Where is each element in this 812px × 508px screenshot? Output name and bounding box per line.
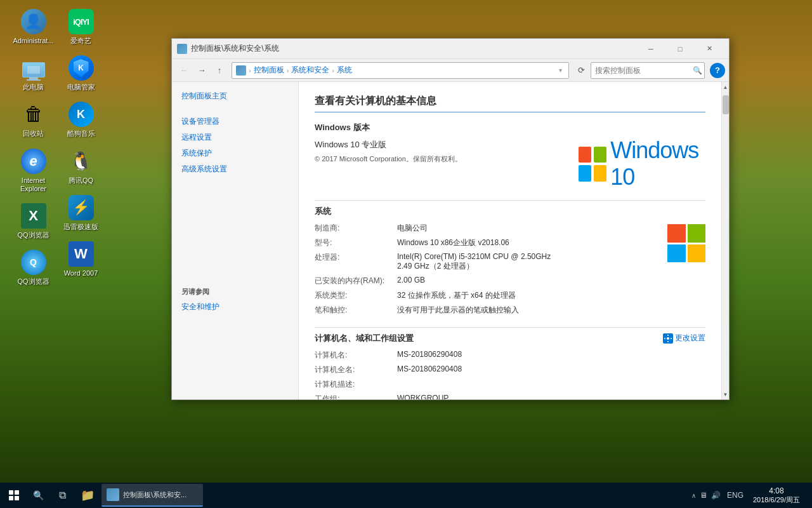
breadcrumb-system-security[interactable]: 系统和安全	[291, 65, 329, 76]
desktop-icon-administrator[interactable]: 👤 Administrat...	[10, 6, 57, 48]
desktop-icon-label: 回收站	[23, 130, 44, 138]
computer-name-label: 计算机名:	[315, 350, 397, 361]
file-explorer-button[interactable]: 📁	[75, 484, 100, 507]
desktop-icon-label: 电脑管家	[67, 83, 95, 91]
window-controls: ─ □ ✕	[636, 39, 724, 59]
search-bar[interactable]: 🔍	[591, 62, 705, 79]
main-panel: 查看有关计算机的基本信息 Windows 版本 Windows 10 专业版 ©…	[299, 82, 721, 399]
network-icon[interactable]: 🖥	[700, 491, 707, 500]
sidebar-item-main-page[interactable]: 控制面板主页	[172, 88, 298, 104]
sidebar-item-device-manager[interactable]: 设备管理器	[172, 114, 298, 130]
desktop-icon-qq[interactable]: 🐧 腾讯QQ	[57, 146, 105, 187]
scrollbar-up[interactable]: ▲	[722, 82, 730, 92]
window-content: 控制面板主页 设备管理器 远程设置 系统保护 高级系统设置 另请参阅 安全和维护	[172, 82, 729, 399]
ram-row: 已安装的内存(RAM): 2.00 GB	[315, 274, 566, 288]
sidebar-item-security[interactable]: 安全和维护	[172, 299, 298, 315]
clock-date: 2018/6/29/周五	[753, 495, 800, 505]
divider-2	[315, 327, 705, 328]
task-view-button[interactable]: ⧉	[51, 484, 74, 507]
help-button[interactable]: ?	[710, 63, 725, 78]
model-value: Windows 10 x86企业版 v2018.06	[397, 237, 566, 248]
manufacturer-label: 制造商:	[315, 223, 397, 234]
sidebar: 控制面板主页 设备管理器 远程设置 系统保护 高级系统设置 另请参阅 安全和维护	[172, 82, 299, 399]
windows-copyright-value: © 2017 Microsoft Corporation。保留所有权利。	[315, 154, 566, 164]
system-clock[interactable]: 4:08 2018/6/29/周五	[750, 486, 803, 505]
windows-edition-row: Windows 10 专业版	[315, 137, 566, 152]
taskbar-search-button[interactable]: 🔍	[27, 484, 49, 507]
windows-edition-value: Windows 10 专业版	[315, 139, 566, 150]
desktop-icon-excel[interactable]: X QQ浏览器	[10, 201, 57, 242]
desktop-icon-label: Internet Explorer	[12, 177, 55, 193]
sidebar-item-system-protection[interactable]: 系统保护	[172, 145, 298, 161]
back-button[interactable]: ←	[176, 62, 192, 79]
scrollbar-thumb[interactable]	[723, 95, 729, 114]
windows-logo-small	[667, 224, 705, 262]
volume-icon[interactable]: 🔊	[711, 491, 721, 500]
system-window: 控制面板\系统和安全\系统 ─ □ ✕ ← → ↑ › 控制面板 › 系统和安全…	[171, 38, 730, 400]
up-button[interactable]: ↑	[211, 62, 228, 79]
desktop-icon-label: Word 2007	[64, 269, 98, 277]
desktop-icon-guanjia[interactable]: K 电脑管家	[57, 53, 105, 94]
forward-button[interactable]: →	[193, 62, 210, 79]
refresh-button[interactable]: ⟳	[573, 62, 589, 79]
language-indicator[interactable]: ENG	[724, 491, 746, 500]
desktop-icon-recycle-bin[interactable]: 🗑 回收站	[10, 99, 57, 140]
system-content: 制造商: 电脑公司 型号: Windows 10 x86企业版 v2018.06…	[315, 221, 705, 318]
start-icon	[9, 490, 19, 500]
windows-version-content: Windows 10 专业版 © 2017 Microsoft Corporat…	[315, 137, 705, 190]
scrollbar[interactable]: ▲ ▼	[721, 82, 729, 399]
scrollbar-track[interactable]	[722, 92, 730, 389]
processor-label: 处理器:	[315, 252, 397, 263]
desktop-icon-label: 迅雷极速版	[63, 223, 98, 231]
windows-copyright-row: © 2017 Microsoft Corporation。保留所有权利。	[315, 152, 566, 166]
model-label: 型号:	[315, 237, 397, 248]
desktop-icon-iqiyi[interactable]: iQIYI 爱奇艺	[57, 6, 105, 48]
desktop-icon-qqbrowser[interactable]: Q QQ浏览器	[10, 247, 57, 288]
windows-logo-area: Windows 10	[579, 137, 705, 190]
search-icon: 🔍	[33, 490, 44, 500]
sidebar-item-advanced-settings[interactable]: 高级系统设置	[172, 161, 298, 177]
main-content: 查看有关计算机的基本信息 Windows 版本 Windows 10 专业版 ©…	[315, 95, 705, 399]
svg-point-0	[667, 337, 669, 340]
model-row: 型号: Windows 10 x86企业版 v2018.06	[315, 236, 566, 250]
breadcrumb-system[interactable]: 系统	[337, 65, 352, 76]
sidebar-item-remote-settings[interactable]: 远程设置	[172, 130, 298, 145]
desktop-icon-ie[interactable]: e Internet Explorer	[10, 146, 57, 196]
pen-touch-label: 笔和触控:	[315, 305, 397, 316]
settings-link-icon	[663, 333, 673, 344]
tray-chevron-icon[interactable]: ∧	[691, 492, 696, 499]
computer-name-value: MS-201806290408	[397, 350, 705, 359]
desktop-icon-thunder[interactable]: ⚡ 迅雷极速版	[57, 192, 105, 234]
sidebar-section-main: 控制面板主页	[172, 88, 298, 104]
system-tray: ∧ 🖥 🔊 ENG 4:08 2018/6/29/周五	[691, 486, 809, 505]
desktop-icon-this-pc[interactable]: 此电脑	[10, 53, 57, 94]
search-input[interactable]	[595, 66, 690, 75]
start-button[interactable]	[3, 484, 25, 507]
control-panel-task-icon	[107, 488, 119, 501]
address-bar-dropdown[interactable]: ▾	[556, 66, 565, 75]
scrollbar-down[interactable]: ▼	[722, 389, 730, 399]
windows10-logo: Windows 10	[579, 137, 705, 190]
system-type-row: 系统类型: 32 位操作系统，基于 x64 的处理器	[315, 288, 566, 303]
desktop-icon-kugou[interactable]: K 酷狗音乐	[57, 99, 105, 140]
change-settings-link[interactable]: 更改设置	[663, 333, 705, 344]
search-icon: 🔍	[693, 66, 702, 75]
window-title-icon	[177, 44, 187, 54]
breadcrumb-control-panel[interactable]: 控制面板	[254, 65, 284, 76]
computer-name-row: 计算机名: MS-201806290408	[315, 348, 705, 363]
maximize-button[interactable]: □	[665, 39, 695, 59]
desktop-icon-word[interactable]: W Word 2007	[57, 239, 105, 280]
breadcrumb: › 控制面板 › 系统和安全 › 系统	[236, 65, 556, 76]
windows-version-text: Windows 10 专业版 © 2017 Microsoft Corporat…	[315, 137, 566, 190]
workgroup-row: 工作组: WORKGROUP	[315, 392, 705, 399]
taskbar: 🔍 ⧉ 📁 控制面板\系统和安... ∧ 🖥 🔊 ENG 4:08 2018/6…	[0, 483, 812, 508]
change-settings-text: 更改设置	[675, 333, 705, 344]
desktop-icon-label: Administrat...	[13, 37, 53, 45]
taskbar-task-control-panel[interactable]: 控制面板\系统和安...	[102, 484, 203, 507]
system-logo-area	[579, 221, 705, 318]
file-explorer-icon: 📁	[81, 488, 95, 502]
close-button[interactable]: ✕	[695, 39, 724, 59]
address-bar[interactable]: › 控制面板 › 系统和安全 › 系统 ▾	[232, 62, 569, 79]
minimize-button[interactable]: ─	[636, 39, 665, 59]
processor-value: Intel(R) Core(TM) i5-3210M CPU @ 2.50GHz…	[397, 252, 566, 272]
